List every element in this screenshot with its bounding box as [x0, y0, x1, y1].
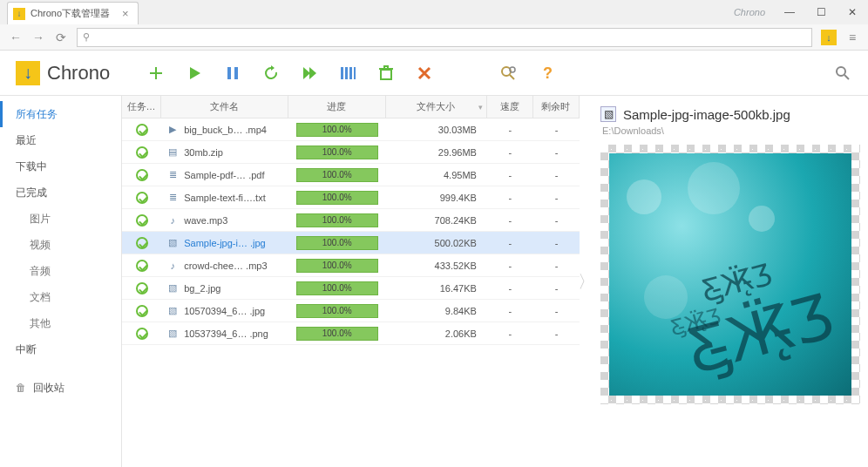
- col-task[interactable]: 任务…: [122, 96, 161, 118]
- table-row[interactable]: ▧Sample-jpg-i… .jpg100.0%500.02KB--: [122, 232, 580, 254]
- window-minimize-button[interactable]: —: [774, 0, 805, 24]
- add-button[interactable]: [146, 64, 166, 83]
- speed-text: -: [487, 170, 533, 180]
- start-button[interactable]: [185, 64, 204, 83]
- size-text: 500.02KB: [386, 238, 487, 248]
- logo-text: Chrono: [47, 62, 110, 85]
- window-maximize-button[interactable]: ☐: [805, 0, 837, 24]
- browser-tab[interactable]: ↓ Chrono下载管理器 ×: [7, 2, 139, 24]
- size-text: 9.84KB: [386, 306, 487, 316]
- filetype-image-icon: ▧: [166, 282, 179, 294]
- sidebar-item-recent[interactable]: 最近: [0, 127, 121, 153]
- sidebar-item-completed[interactable]: 已完成: [0, 179, 121, 206]
- status-complete-icon: [136, 192, 148, 204]
- svg-point-7: [502, 67, 511, 76]
- pause-all-button[interactable]: [338, 64, 357, 83]
- col-speed[interactable]: 速度: [487, 96, 533, 118]
- table-row[interactable]: ▶big_buck_b… .mp4100.0%30.03MB--: [122, 118, 580, 141]
- search-settings-button[interactable]: [498, 64, 518, 83]
- sidebar-item-interrupted[interactable]: 中断: [0, 336, 121, 362]
- app-toolbar: ↓ Chrono ?: [0, 51, 868, 96]
- speed-text: -: [487, 328, 533, 339]
- tab-title: Chrono下载管理器: [31, 7, 110, 20]
- tab-favicon-icon: ↓: [13, 8, 25, 20]
- sidebar-item-images[interactable]: 图片: [0, 206, 121, 232]
- table-row[interactable]: ♪wave.mp3100.0%708.24KB--: [122, 209, 580, 232]
- remove-button[interactable]: [415, 64, 434, 83]
- remaining-text: -: [533, 170, 580, 180]
- status-complete-icon: [136, 282, 148, 294]
- table-row[interactable]: ▧10537394_6… .png100.0%2.06KB--: [122, 322, 580, 345]
- trash-icon: 🗑: [16, 382, 26, 394]
- size-text: 4.95MB: [386, 170, 487, 180]
- speed-text: -: [487, 147, 533, 158]
- downloads-grid: 任务… 文件名 进度 文件大小 速度 剩余时 ▶big_buck_b… .mp4…: [122, 96, 580, 467]
- nav-menu-icon[interactable]: ≡: [842, 27, 863, 48]
- panel-divider-icon[interactable]: 〉: [580, 96, 593, 467]
- delete-file-button[interactable]: [376, 64, 396, 83]
- pause-button[interactable]: [223, 64, 242, 83]
- sidebar-item-others[interactable]: 其他: [0, 310, 121, 336]
- remaining-text: -: [533, 261, 580, 271]
- filename-text: bg_2.jpg: [184, 283, 220, 294]
- start-all-button[interactable]: [300, 64, 319, 83]
- filetype-image-icon: ▧: [166, 237, 179, 249]
- size-text: 999.4KB: [386, 193, 487, 203]
- sidebar-item-videos[interactable]: 视频: [0, 232, 121, 258]
- table-row[interactable]: ▧bg_2.jpg100.0%16.47KB--: [122, 277, 580, 300]
- sidebar-item-audio[interactable]: 音频: [0, 258, 121, 284]
- nav-forward-icon[interactable]: →: [28, 27, 49, 48]
- col-remaining[interactable]: 剩余时: [533, 96, 580, 118]
- refresh-button[interactable]: [261, 64, 281, 83]
- size-text: 16.47KB: [386, 283, 487, 294]
- sidebar-item-recycle[interactable]: 🗑回收站: [0, 375, 121, 401]
- table-row[interactable]: ▧10570394_6… .jpg100.0%9.84KB--: [122, 300, 580, 322]
- sidebar: 所有任务最近下载中已完成图片视频音频文档其他中断🗑回收站: [0, 96, 122, 467]
- progress-bar: 100.0%: [296, 259, 378, 273]
- nav-bar: ← → ⟳ ⚲ ↓ ≡: [0, 24, 868, 51]
- remaining-text: -: [533, 215, 580, 226]
- table-row[interactable]: ≣Sample-text-fi….txt100.0%999.4KB--: [122, 186, 580, 209]
- extension-icon[interactable]: ↓: [821, 30, 837, 45]
- remaining-text: -: [533, 306, 580, 316]
- table-row[interactable]: ≣Sample-pdf-… .pdf100.0%4.95MB--: [122, 164, 580, 186]
- filename-text: big_buck_b… .mp4: [184, 125, 267, 135]
- col-size[interactable]: 文件大小: [386, 96, 487, 118]
- app-logo: ↓ Chrono: [16, 61, 110, 85]
- svg-rect-3: [345, 67, 348, 79]
- progress-bar: 100.0%: [296, 213, 378, 227]
- title-bar: ↓ Chrono下载管理器 × Chrono — ☐ ✕: [0, 0, 868, 24]
- svg-rect-2: [341, 67, 343, 79]
- svg-point-10: [837, 67, 845, 76]
- sidebar-item-downloading[interactable]: 下载中: [0, 153, 121, 179]
- filename-text: Sample-text-fi….txt: [184, 193, 266, 203]
- filetype-doc-icon: ≣: [166, 192, 179, 204]
- window-close-button[interactable]: ✕: [837, 0, 868, 24]
- filetype-doc-icon: ≣: [166, 169, 179, 181]
- nav-back-icon[interactable]: ←: [5, 27, 26, 48]
- search-button[interactable]: [833, 64, 852, 83]
- filetype-archive-icon: ▤: [166, 146, 179, 159]
- help-button[interactable]: ?: [537, 64, 556, 83]
- size-text: 30.03MB: [386, 125, 487, 135]
- filetype-image-icon: ▧: [166, 305, 179, 317]
- size-text: 708.24KB: [386, 215, 487, 226]
- logo-icon: ↓: [16, 61, 40, 85]
- address-bar[interactable]: ⚲: [77, 28, 812, 47]
- nav-reload-icon[interactable]: ⟳: [51, 27, 71, 48]
- sidebar-item-all-tasks[interactable]: 所有任务: [0, 101, 121, 127]
- col-filename[interactable]: 文件名: [161, 96, 288, 118]
- speed-text: -: [487, 238, 533, 248]
- table-row[interactable]: ♪crowd-chee… .mp3100.0%433.52KB--: [122, 254, 580, 277]
- tab-close-icon[interactable]: ×: [122, 7, 129, 20]
- progress-bar: 100.0%: [296, 236, 378, 250]
- filename-text: 10570394_6… .jpg: [184, 306, 265, 316]
- size-text: 433.52KB: [386, 261, 487, 271]
- sidebar-item-documents[interactable]: 文档: [0, 284, 121, 310]
- table-row[interactable]: ▤30mb.zip100.0%29.96MB--: [122, 141, 580, 164]
- progress-bar: 100.0%: [296, 327, 378, 341]
- remaining-text: -: [533, 283, 580, 294]
- svg-rect-4: [349, 67, 352, 79]
- col-progress[interactable]: 进度: [288, 96, 386, 118]
- status-complete-icon: [136, 124, 148, 136]
